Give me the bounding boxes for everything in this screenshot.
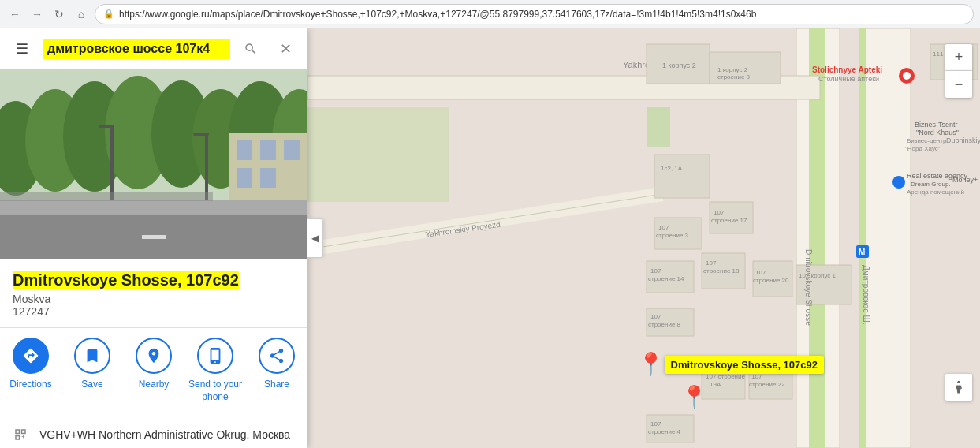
svg-text:строение 3: строение 3: [656, 232, 689, 239]
svg-text:Stolichnyye Apteki: Stolichnyye Apteki: [812, 65, 882, 74]
action-buttons: Directions Save Nearby: [0, 328, 307, 413]
svg-rect-91: [307, 107, 449, 202]
map-controls: + −: [945, 44, 972, 98]
svg-rect-22: [0, 192, 213, 201]
nearby-icon-circle: [136, 338, 172, 374]
save-icon: [84, 347, 101, 364]
svg-text:Dream Group.: Dream Group.: [911, 181, 951, 188]
svg-rect-20: [205, 133, 208, 200]
share-icon: [268, 347, 285, 364]
svg-rect-17: [142, 235, 166, 239]
plus-code-row[interactable]: VGHV+WH Northern Administrative Okrug, М…: [0, 420, 307, 448]
svg-text:Бизнес-центр: Бизнес-центр: [907, 137, 947, 144]
svg-rect-11: [260, 140, 276, 160]
map-area[interactable]: Yakhromskaya Ulitsa Yakhromskiy Proyezd …: [307, 28, 980, 448]
svg-rect-19: [99, 125, 114, 128]
home-button[interactable]: ⌂: [73, 6, 90, 23]
svg-text:Аренда помещений: Аренда помещений: [907, 189, 964, 196]
search-input[interactable]: [43, 39, 230, 59]
save-icon-circle: [74, 338, 110, 374]
info-section: VGHV+WH Northern Administrative Okrug, М…: [0, 413, 307, 448]
svg-text:107: 107: [714, 209, 725, 216]
nearby-icon: [145, 347, 162, 364]
place-info: Dmitrovskoye Shosse, 107c92 Moskva 12724…: [0, 259, 307, 328]
svg-rect-26: [859, 28, 911, 448]
directions-icon: [22, 347, 39, 364]
lock-icon: 🔒: [103, 9, 114, 19]
pegman-button[interactable]: [945, 374, 972, 401]
send-to-phone-button[interactable]: Send to your phone: [188, 338, 243, 403]
svg-text:107: 107: [755, 269, 766, 276]
svg-text:"Nord Khaus": "Nord Khaus": [916, 129, 959, 136]
share-label: Share: [264, 379, 289, 391]
svg-point-92: [957, 381, 960, 383]
svg-text:строение 14: строение 14: [648, 275, 684, 282]
place-zip: 127247: [13, 305, 295, 318]
svg-rect-13: [237, 168, 252, 188]
reload-button[interactable]: ↻: [50, 6, 68, 23]
svg-text:1 корпус 2: 1 корпус 2: [662, 62, 696, 69]
send-to-phone-label: Send to your phone: [188, 379, 243, 403]
svg-rect-21: [193, 133, 209, 136]
send-to-phone-icon-circle: [197, 338, 233, 374]
svg-rect-38: [654, 155, 710, 198]
svg-text:107: 107: [650, 313, 661, 320]
menu-button[interactable]: ☰: [8, 35, 36, 63]
svg-rect-90: [647, 107, 670, 147]
svg-rect-16: [0, 200, 307, 215]
svg-text:107: 107: [650, 267, 661, 274]
svg-text:строение 22: строение 22: [749, 381, 785, 388]
svg-text:строение 8: строение 8: [648, 321, 681, 328]
svg-text:19А: 19А: [710, 381, 721, 388]
svg-text:Biznes-Tsentr: Biznes-Tsentr: [915, 121, 958, 129]
svg-point-82: [892, 176, 905, 189]
place-name: Dmitrovskoye Shosse, 107c92: [13, 271, 295, 289]
svg-text:107: 107: [706, 259, 717, 267]
svg-text:строение 18: строение 18: [703, 267, 740, 274]
directions-icon-circle: [13, 338, 49, 374]
svg-text:строение 17: строение 17: [711, 217, 747, 224]
map-pin: 📍 Dmitrovskoye Shosse, 107c92: [637, 353, 824, 375]
map-canvas: Yakhromskaya Ulitsa Yakhromskiy Proyezd …: [307, 28, 980, 448]
directions-button[interactable]: Directions: [3, 338, 58, 403]
save-label: Save: [81, 379, 102, 391]
search-button[interactable]: [237, 35, 265, 63]
svg-text:строение 4: строение 4: [648, 428, 681, 435]
svg-text:107: 107: [658, 224, 669, 231]
collapse-icon: ◀: [311, 233, 319, 244]
plus-code-icon: [13, 427, 28, 442]
street-view-image: [0, 69, 307, 259]
svg-text:Dmitrovskoye Shosse: Dmitrovskoye Shosse: [804, 249, 813, 326]
nearby-button[interactable]: Nearby: [126, 338, 181, 403]
search-icon: [244, 42, 258, 56]
svg-text:1с2, 1А: 1с2, 1А: [661, 165, 683, 172]
svg-rect-12: [284, 140, 300, 160]
back-button[interactable]: ←: [6, 6, 24, 23]
svg-text:Money+: Money+: [952, 176, 978, 184]
svg-rect-27: [859, 28, 866, 448]
share-icon-circle: [259, 338, 295, 374]
search-bar: ☰ ✕: [0, 28, 307, 69]
share-button[interactable]: Share: [249, 338, 304, 403]
zoom-out-button[interactable]: −: [945, 71, 972, 98]
zoom-controls: + −: [945, 44, 972, 98]
svg-rect-10: [237, 140, 252, 160]
svg-text:строение 20: строение 20: [753, 277, 789, 284]
svg-text:107: 107: [650, 420, 661, 427]
main-content: ☰ ✕: [0, 28, 980, 448]
save-button[interactable]: Save: [65, 338, 120, 403]
place-city: Moskva: [13, 293, 295, 305]
forward-button[interactable]: →: [28, 6, 46, 23]
svg-text:Дмитровское Ш.: Дмитровское Ш.: [862, 265, 870, 324]
send-to-phone-icon: [207, 347, 224, 364]
nearby-label: Nearby: [139, 379, 170, 391]
zoom-in-button[interactable]: +: [945, 44, 972, 71]
close-button[interactable]: ✕: [271, 35, 300, 63]
plus-code-text: VGHV+WH Northern Administrative Okrug, М…: [39, 428, 290, 441]
pin-label: Dmitrovskoye Shosse, 107c92: [665, 356, 824, 374]
address-bar[interactable]: 🔒 https://www.google.ru/maps/place/Dmitr…: [95, 4, 974, 24]
collapse-sidebar-button[interactable]: ◀: [307, 218, 323, 258]
pegman-icon: [951, 379, 967, 395]
street-view-svg: [0, 69, 307, 259]
svg-text:М: М: [859, 248, 865, 256]
